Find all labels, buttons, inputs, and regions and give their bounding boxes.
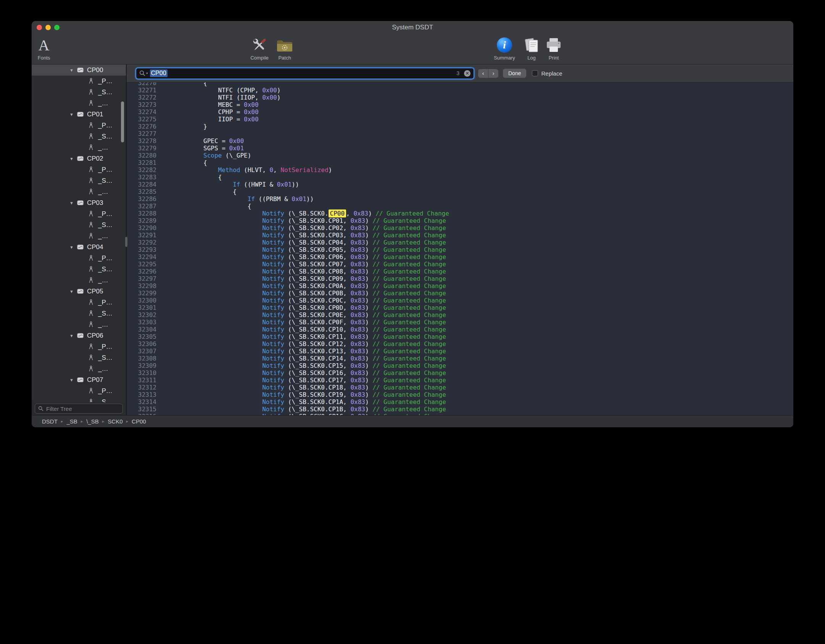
tree-item-method[interactable]: _… [32,230,126,242]
print-button[interactable]: Print [539,35,568,61]
method-icon [88,354,98,361]
find-previous-button[interactable]: ‹ [478,69,488,78]
tree-item-label: _… [98,232,108,240]
code-line: 32290 Notify (\_SB.SCK0.CP02, 0x83) // G… [127,224,793,232]
clear-search-button[interactable]: ✕ [464,70,471,77]
tree-item-label: CP00 [87,66,103,74]
tree-item-method[interactable]: _… [32,319,126,330]
fonts-button[interactable]: A Fonts [32,35,58,61]
disclosure-triangle[interactable]: ▼ [69,378,77,382]
code-line: 32297 Notify (\_SB.SCK0.CP09, 0x83) // G… [127,275,793,282]
line-number: 32293 [127,246,156,253]
breadcrumb-item[interactable]: \_SB [86,418,99,425]
tree-item-method[interactable]: _P… [32,76,126,87]
code-line: 32313 Notify (\_SB.SCK0.CP19, 0x83) // G… [127,391,793,398]
code-line: 32314 Notify (\_SB.SCK0.CP1A, 0x83) // G… [127,398,793,406]
disclosure-triangle[interactable]: ▼ [69,289,77,294]
line-number: 32301 [127,304,156,311]
breadcrumb-item[interactable]: DSDT [42,418,58,425]
code-line: 32279 SGPS = 0x01 [127,145,793,152]
tree-item-cp05[interactable]: ▼CP05 [32,286,126,297]
tree-item-method[interactable]: _… [32,275,126,286]
disclosure-triangle[interactable]: ▼ [69,156,77,161]
log-pages-icon [523,35,540,55]
code-line: 32312 Notify (\_SB.SCK0.CP18, 0x83) // G… [127,384,793,391]
tree-item-method[interactable]: _P… [32,253,126,264]
tree-item-method[interactable]: _… [32,98,126,109]
close-button[interactable] [37,25,42,30]
code-line: 32301 Notify (\_SB.SCK0.CP0D, 0x83) // G… [127,304,793,311]
line-number: 32294 [127,253,156,261]
disclosure-triangle[interactable]: ▼ [69,245,77,250]
breadcrumb-separator: ▸ [126,419,129,424]
disclosure-triangle[interactable]: ▼ [69,68,77,72]
tree-item-method[interactable]: _S… [32,131,126,142]
scope-icon [77,112,87,117]
tree-item-method[interactable]: _S… [32,87,126,98]
method-icon [88,388,98,394]
code-editor[interactable]: 32270 {32271 NTFC (CPHP, 0x00)32272 NTFI… [127,82,793,415]
tree-item-method[interactable]: _P… [32,341,126,352]
tree-item-method[interactable]: _… [32,142,126,153]
code-lines: 32270 {32271 NTFC (CPHP, 0x00)32272 NTFI… [127,82,793,415]
replace-checkbox[interactable] [532,70,538,76]
split-handle[interactable] [125,237,127,247]
tree-item-label: _P… [98,210,113,218]
tree-item-method[interactable]: _S… [32,175,126,186]
summary-button[interactable]: i Summary [490,35,519,61]
zoom-button[interactable] [54,25,60,30]
tree-item-method[interactable]: _S… [32,308,126,319]
filter-tree-input[interactable]: Filter Tree [35,404,123,414]
line-number: 32281 [127,159,156,166]
find-query-text: CP00 [150,69,168,77]
tree-item-cp02[interactable]: ▼CP02 [32,153,126,164]
tree-item-cp03[interactable]: ▼CP03 [32,197,126,208]
tree-item-label: _P… [98,122,113,129]
tree-item-method[interactable]: _P… [32,297,126,308]
tree-item-cp04[interactable]: ▼CP04 [32,242,126,253]
sidebar-tree: ▼CP00_P…_S…_…▼CP01_P…_S…_…▼CP02_P…_S…_…▼… [32,64,126,407]
disclosure-triangle[interactable]: ▼ [69,201,77,205]
tree-item-cp07[interactable]: ▼CP07 [32,374,126,385]
tree-item-label: CP04 [87,243,103,251]
method-icon [88,299,98,306]
tree-item-method[interactable]: _… [32,363,126,374]
tree-item-cp01[interactable]: ▼CP01 [32,109,126,120]
method-icon [88,144,98,151]
find-input[interactable]: ▾ CP00 3 ✕ [135,68,474,79]
tree-item-label: _P… [98,166,113,174]
breadcrumb-item[interactable]: CP00 [132,418,146,425]
editor-pane: ▾ CP00 3 ✕ ‹ › Done Replace [127,64,793,415]
tree-item-cp06[interactable]: ▼CP06 [32,330,126,341]
tree-item-method[interactable]: _P… [32,120,126,131]
method-icon [88,233,98,239]
tree-item-method[interactable]: _P… [32,164,126,175]
done-button[interactable]: Done [503,69,526,78]
tree-item-cp00[interactable]: ▼CP00 [32,64,126,76]
find-next-button[interactable]: › [488,69,498,78]
tree-item-method[interactable]: _S… [32,264,126,275]
sidebar-scrollbar[interactable] [121,101,124,142]
tree-item-method[interactable]: _S… [32,352,126,363]
breadcrumb-item[interactable]: SCK0 [108,418,122,425]
scope-icon [77,200,87,205]
compile-button[interactable]: Compile [245,35,274,61]
tree-item-method[interactable]: _… [32,186,126,197]
tree-item-method[interactable]: _P… [32,208,126,219]
tree-item-method[interactable]: _S… [32,219,126,230]
code-line: 32309 Notify (\_SB.SCK0.CP15, 0x83) // G… [127,362,793,369]
tree-item-label: _S… [98,221,113,229]
breadcrumb-item[interactable]: _SB [66,418,77,425]
patch-button[interactable]: Patch [270,35,299,61]
line-number: 32288 [127,210,156,217]
disclosure-triangle[interactable]: ▼ [69,333,77,338]
line-number: 32286 [127,195,156,203]
disclosure-triangle[interactable]: ▼ [69,112,77,117]
search-icon[interactable]: ▾ [139,70,148,76]
titlebar[interactable]: System DSDT [32,21,793,34]
code-line: 32299 Notify (\_SB.SCK0.CP0B, 0x83) // G… [127,290,793,297]
split-divider[interactable] [126,64,127,415]
minimize-button[interactable] [45,25,51,30]
code-line: 32307 Notify (\_SB.SCK0.CP13, 0x83) // G… [127,348,793,355]
tree-item-method[interactable]: _P… [32,385,126,396]
